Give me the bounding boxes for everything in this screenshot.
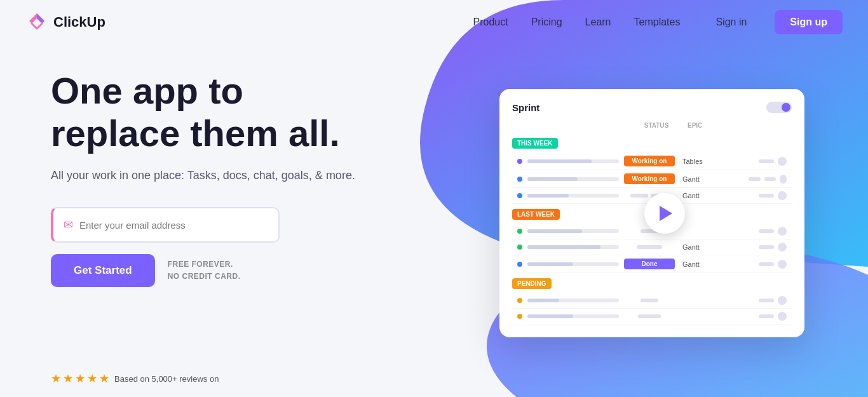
dashboard-wrapper: Sprint STATUS EPIC THIS WEEK Working on …: [499, 89, 830, 337]
section-label-pending: PENDING: [512, 278, 552, 289]
col-status-header: STATUS: [628, 122, 685, 129]
task-row[interactable]: Working on Tables: [512, 152, 792, 170]
row-actions: [749, 175, 787, 184]
header: ClickUp Product Pricing Learn Templates …: [0, 0, 868, 44]
task-row[interactable]: Done Gantt: [512, 255, 792, 273]
star-3: ★: [75, 372, 85, 386]
dashboard-header: Sprint: [512, 102, 792, 113]
sprint-toggle[interactable]: [766, 102, 792, 113]
epic-label: Gantt: [680, 192, 743, 199]
task-dot: [517, 229, 522, 234]
logo-text: ClickUp: [53, 14, 105, 30]
email-input-wrapper: ✉: [51, 207, 280, 243]
free-text: FREE FOREVER. NO CREDIT CARD.: [168, 259, 241, 283]
task-row[interactable]: Gantt: [512, 239, 792, 255]
section-label-this-week: THIS WEEK: [512, 138, 558, 149]
task-bar: [527, 229, 619, 233]
row-actions: [749, 227, 787, 236]
task-dot: [517, 262, 522, 267]
section-label-last-week: LAST WEEK: [512, 209, 560, 220]
play-icon: [660, 206, 672, 221]
cta-row: Get Started FREE FOREVER. NO CREDIT CARD…: [51, 254, 381, 287]
row-actions: [749, 157, 787, 166]
task-bar: [527, 314, 619, 318]
star-1: ★: [51, 372, 61, 386]
email-row: ✉: [51, 207, 381, 243]
reviews-text: Based on 5,000+ reviews on: [114, 374, 219, 384]
email-icon: ✉: [64, 218, 73, 232]
star-5: ★: [99, 372, 109, 386]
row-actions: [749, 243, 787, 252]
task-dot: [517, 159, 522, 164]
hero-right: Sprint STATUS EPIC THIS WEEK Working on …: [499, 89, 830, 337]
clickup-logo-icon: [25, 11, 48, 34]
status-empty: [624, 299, 675, 302]
task-row[interactable]: [512, 309, 792, 325]
nav-learn[interactable]: Learn: [585, 17, 611, 28]
task-bar: [527, 299, 619, 302]
nav-product[interactable]: Product: [473, 17, 508, 28]
task-dot: [517, 245, 522, 250]
task-bar: [527, 245, 619, 249]
status-empty: [624, 245, 675, 249]
signup-button[interactable]: Sign up: [775, 10, 843, 34]
row-actions: [749, 296, 787, 305]
task-bar: [527, 177, 619, 181]
epic-label: Gantt: [680, 243, 743, 251]
hero-headline: One app to replace them all.: [51, 70, 381, 154]
section-pending: PENDING: [512, 273, 792, 325]
task-dot: [517, 177, 522, 182]
row-actions: [749, 312, 787, 321]
epic-label: Gantt: [680, 175, 743, 183]
col-headers: STATUS EPIC: [512, 122, 792, 129]
signin-link[interactable]: Sign in: [715, 17, 747, 28]
stars-row: ★ ★ ★ ★ ★ Based on 5,000+ reviews on: [51, 372, 219, 386]
get-started-button[interactable]: Get Started: [51, 254, 155, 287]
epic-label: Gantt: [680, 260, 743, 268]
star-4: ★: [87, 372, 97, 386]
email-input[interactable]: [79, 220, 268, 231]
status-badge: Done: [624, 259, 675, 269]
nav-pricing[interactable]: Pricing: [531, 17, 562, 28]
dashboard-title: Sprint: [512, 102, 539, 113]
task-bar: [527, 194, 619, 198]
main-nav: Product Pricing Learn Templates Sign in …: [473, 10, 843, 34]
task-row[interactable]: Working on Gantt: [512, 170, 792, 188]
status-badge: Working on: [624, 173, 675, 184]
task-bar: [527, 159, 619, 163]
epic-label: Tables: [680, 158, 743, 165]
logo[interactable]: ClickUp: [25, 11, 105, 34]
section-this-week: THIS WEEK Working on Tables Worki: [512, 133, 792, 204]
task-bar: [527, 262, 619, 266]
status-badge: Working on: [624, 156, 675, 166]
row-actions: [749, 191, 787, 200]
hero-left: One app to replace them all. All your wo…: [51, 70, 381, 287]
task-dot: [517, 298, 522, 303]
task-row[interactable]: [512, 293, 792, 309]
col-epic-header: EPIC: [685, 122, 749, 129]
nav-templates[interactable]: Templates: [634, 17, 681, 28]
task-dot: [517, 314, 522, 319]
star-2: ★: [63, 372, 73, 386]
row-actions: [749, 260, 787, 269]
play-button[interactable]: [644, 193, 685, 234]
star-rating: ★ ★ ★ ★ ★: [51, 372, 109, 386]
task-dot: [517, 193, 522, 198]
hero-subtext: All your work in one place: Tasks, docs,…: [51, 167, 381, 184]
status-empty: [624, 314, 675, 318]
